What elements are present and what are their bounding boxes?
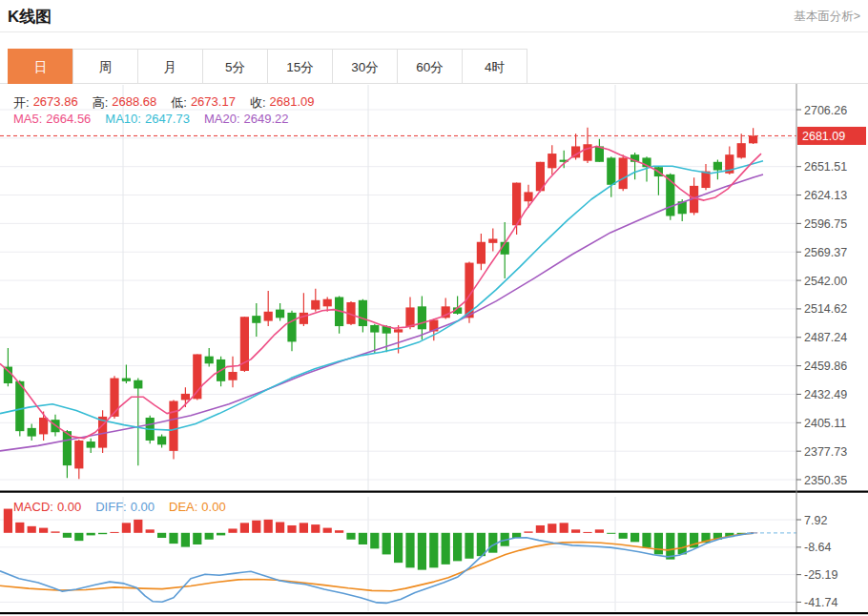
period-tabstrip: 日周月5分15分30分60分4时 bbox=[8, 49, 527, 84]
main-tick-label: 2350.35 bbox=[804, 474, 847, 487]
ma20-value: 2649.22 bbox=[244, 112, 289, 126]
macd-bar-down bbox=[169, 533, 177, 544]
candle-up bbox=[548, 154, 556, 168]
macd-bar-down bbox=[157, 533, 166, 538]
main-tick-label: 2377.73 bbox=[804, 445, 847, 459]
open-group: 开:2673.86 bbox=[13, 94, 78, 112]
macd-bar-down bbox=[453, 533, 462, 562]
macd-bar-up bbox=[595, 529, 604, 532]
low-group: 低:2673.17 bbox=[171, 94, 236, 112]
ma10-group: MA10:2647.73 bbox=[105, 112, 190, 126]
candle-down bbox=[713, 162, 722, 171]
macd-bar-down bbox=[394, 533, 403, 563]
high-label: 高: bbox=[93, 94, 109, 112]
tab-period-1[interactable]: 日 bbox=[8, 49, 73, 84]
ma20-label: MA20: bbox=[204, 112, 240, 126]
ma-legend: MA5:2664.56 MA10:2647.73 MA20:2649.22 bbox=[13, 112, 289, 126]
macd-bar-down bbox=[630, 533, 639, 543]
candle-down bbox=[287, 313, 296, 342]
ohlc-legend: 开:2673.86 高:2688.68 低:2673.17 收:2681.09 bbox=[13, 94, 315, 112]
tab-period-4[interactable]: 5分 bbox=[202, 49, 268, 84]
tab-period-7[interactable]: 60分 bbox=[397, 49, 463, 84]
candle-down bbox=[157, 437, 166, 445]
ma5-group: MA5:2664.56 bbox=[13, 112, 91, 126]
macd-bar-up bbox=[122, 523, 131, 532]
candle-up bbox=[169, 401, 177, 451]
candle-up bbox=[583, 144, 591, 160]
candle-down bbox=[205, 357, 214, 364]
candle-up bbox=[524, 192, 532, 201]
macd-bar-up bbox=[252, 521, 260, 533]
macd-bar-down bbox=[63, 533, 72, 538]
candle-up bbox=[264, 312, 273, 321]
tab-period-5[interactable]: 15分 bbox=[267, 49, 333, 84]
candle-down bbox=[418, 306, 426, 329]
tab-period-2[interactable]: 周 bbox=[72, 49, 138, 84]
candle-up bbox=[405, 307, 414, 327]
macd-bar-up bbox=[264, 520, 273, 533]
candle-up bbox=[300, 313, 308, 324]
macd-bar-down bbox=[607, 533, 615, 534]
candle-down bbox=[252, 316, 260, 323]
candle-up bbox=[311, 300, 320, 310]
high-value: 2688.68 bbox=[112, 94, 156, 112]
macd-bar-down bbox=[405, 533, 414, 568]
candle-up bbox=[749, 135, 757, 143]
low-label: 低: bbox=[171, 94, 187, 112]
dea-label: DEA: bbox=[169, 500, 197, 514]
macd-bar-up bbox=[134, 520, 142, 533]
candle-up bbox=[181, 394, 190, 400]
main-tick-label: 2432.49 bbox=[804, 388, 847, 401]
diff-value: 0.00 bbox=[131, 500, 155, 514]
macd-bar-up bbox=[287, 525, 296, 533]
main-tick-label: 2487.24 bbox=[804, 331, 847, 344]
diff-group: DIFF:0.00 bbox=[95, 500, 155, 514]
candle-up bbox=[394, 329, 403, 332]
macd-tick-label: -8.64 bbox=[804, 541, 832, 554]
ma5-label: MA5: bbox=[13, 112, 42, 126]
tab-period-6[interactable]: 30分 bbox=[332, 49, 398, 84]
macd-bar-up bbox=[110, 532, 118, 533]
main-tick-label: 2651.51 bbox=[804, 160, 847, 174]
macd-bar-down bbox=[74, 533, 83, 541]
candle-up bbox=[477, 242, 486, 264]
ma20-group: MA20:2649.22 bbox=[204, 112, 289, 126]
open-value: 2673.86 bbox=[33, 94, 78, 112]
open-label: 开: bbox=[13, 94, 30, 112]
macd-bar-down bbox=[429, 533, 438, 568]
candle-down bbox=[134, 380, 142, 389]
macd-bar-down bbox=[642, 533, 651, 548]
main-tick-label: 2706.26 bbox=[804, 104, 847, 117]
macd-bar-up bbox=[548, 524, 556, 533]
tab-period-3[interactable]: 月 bbox=[137, 49, 203, 84]
current-price-badge-label: 2681.09 bbox=[802, 130, 845, 143]
macd-bar-down bbox=[370, 533, 379, 549]
macd-bar-down bbox=[654, 533, 663, 555]
main-tick-label: 2459.86 bbox=[804, 359, 847, 373]
macd-bar-up bbox=[536, 525, 545, 533]
macd-bar-up bbox=[228, 528, 237, 532]
macd-bar-up bbox=[51, 531, 59, 532]
main-tick-label: 2542.00 bbox=[804, 275, 847, 288]
ma10-label: MA10: bbox=[105, 112, 141, 126]
tab-period-8[interactable]: 4时 bbox=[462, 49, 527, 84]
close-group: 收:2681.09 bbox=[250, 94, 315, 112]
kline-chart[interactable]: 2706.262651.512624.132596.752569.372542.… bbox=[0, 0, 868, 616]
close-label: 收: bbox=[250, 94, 266, 112]
macd-bar-down bbox=[465, 533, 473, 559]
macd-bar-down bbox=[382, 533, 391, 555]
candle-down bbox=[607, 157, 615, 184]
fundamental-analysis-link[interactable]: 基本面分析> bbox=[794, 9, 860, 25]
dea-group: DEA:0.00 bbox=[169, 500, 226, 514]
macd-bar-up bbox=[560, 523, 568, 532]
dea-value: 0.00 bbox=[201, 500, 225, 514]
candle-up bbox=[228, 372, 237, 380]
macd-bar-up bbox=[240, 523, 249, 532]
low-value: 2673.17 bbox=[191, 94, 236, 112]
candle-down bbox=[28, 428, 36, 437]
macd-bar-down bbox=[418, 533, 426, 570]
candle-up bbox=[737, 143, 746, 157]
macd-bar-down bbox=[181, 533, 190, 547]
macd-bar-down bbox=[619, 533, 628, 539]
macd-bar-up bbox=[524, 531, 532, 532]
